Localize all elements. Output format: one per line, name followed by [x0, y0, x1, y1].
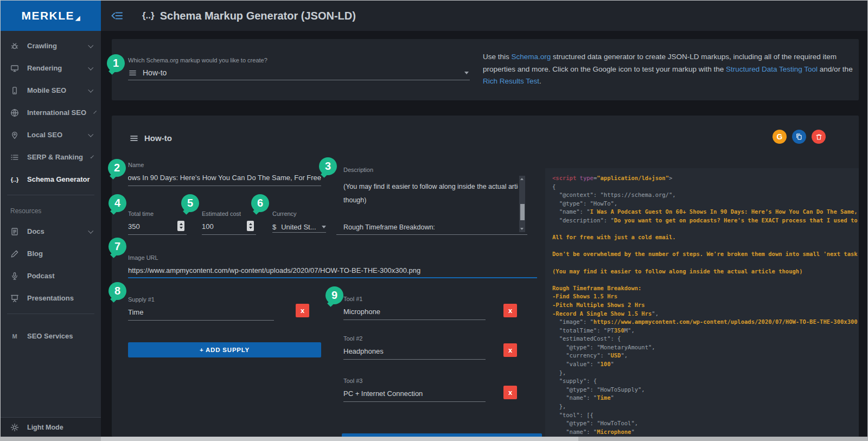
name-field: Name [128, 162, 321, 186]
tool-label: Tool #1 [343, 296, 486, 302]
smartphone-icon [10, 86, 19, 95]
image-url-field: Image URL [128, 254, 537, 278]
info-link[interactable]: Structured Data Testing Tool [726, 65, 818, 73]
image-url-input[interactable] [128, 266, 537, 278]
app-window: MERKLE ◢ CrawlingRenderingMobile SEOInte… [0, 0, 868, 441]
tool-input[interactable] [343, 347, 486, 360]
chevron-down-icon [88, 132, 93, 137]
horizontal-scrollbar[interactable] [0, 437, 868, 441]
description-field: Description (You may find it easier to f… [336, 167, 527, 235]
scroll-up-icon[interactable] [520, 178, 524, 180]
annotation-badge-2: 2 [108, 159, 126, 177]
chevron-down-icon [88, 65, 93, 71]
resources-heading: Resources [1, 200, 101, 220]
currency-select[interactable]: $ United St... [272, 221, 326, 233]
sidebar-item-local-seo[interactable]: Local SEO [1, 124, 101, 146]
sidebar-divider-2 [7, 314, 94, 314]
info-link[interactable]: Schema.org [512, 53, 551, 61]
sidebar-item-blog[interactable]: Blog [1, 242, 101, 265]
annotation-badge-4: 4 [108, 194, 126, 212]
number-stepper[interactable] [247, 221, 254, 231]
tool-input[interactable] [343, 308, 486, 320]
sidebar-item-label: Presentations [27, 294, 74, 302]
tool-field: Tool #3 [343, 378, 486, 402]
list-icon [130, 134, 138, 143]
sidebar: MERKLE ◢ CrawlingRenderingMobile SEOInte… [1, 1, 101, 437]
sidebar-item-presentations[interactable]: Presentations [1, 287, 101, 309]
light-mode-toggle[interactable]: Light Mode [1, 417, 101, 437]
description-scrollbar[interactable] [519, 176, 525, 232]
annotation-badge-3: 3 [319, 157, 337, 175]
estimated-cost-field: Estimated cost [202, 210, 256, 235]
docs-icon [10, 227, 19, 236]
scrollbar-thumb[interactable] [520, 204, 525, 220]
currency-symbol: $ [272, 223, 276, 231]
currency-label: Currency [272, 210, 326, 217]
remove-tool-button[interactable]: x [503, 386, 517, 399]
schema-type-value: How-to [143, 68, 167, 77]
sidebar-item-label: SEO Services [27, 332, 73, 340]
merkle-logo[interactable]: MERKLE ◢ [1, 1, 101, 31]
name-input[interactable] [128, 174, 321, 186]
schema-question-label: Which Schema.org markup would you like t… [128, 57, 267, 63]
supply-label: Supply #1 [128, 296, 274, 303]
sidebar-item-podcast[interactable]: Podcast [1, 265, 101, 287]
chevron-down-icon [88, 87, 93, 93]
ranking-list-icon [10, 153, 19, 162]
image-url-label: Image URL [128, 254, 537, 261]
sidebar-item-serp-ranking[interactable]: SERP & Ranking [1, 146, 101, 168]
howto-form-card: 2 3 4 5 6 7 8 9 How-to G [112, 116, 859, 437]
delete-markup-button[interactable] [812, 130, 826, 144]
supply-input[interactable] [128, 308, 274, 321]
scroll-down-icon[interactable] [520, 228, 524, 230]
copy-markup-button[interactable] [792, 130, 806, 144]
google-test-button[interactable]: G [773, 130, 787, 144]
sidebar-item-label: Podcast [27, 272, 55, 280]
supply-field: Supply #1 [128, 296, 274, 321]
sidebar-item-rendering[interactable]: Rendering [1, 57, 101, 79]
chevron-down-icon [88, 228, 93, 234]
scrollbar-thumb[interactable] [101, 437, 578, 441]
remove-supply-button[interactable]: x [296, 304, 309, 317]
sidebar-item-crawling[interactable]: Crawling [1, 35, 101, 57]
info-text: and/or the [818, 65, 853, 73]
braces-icon: {..} [142, 10, 155, 21]
description-line: though) [343, 194, 518, 207]
total-time-field: Total time [128, 210, 187, 235]
bug-icon [10, 42, 19, 50]
tool-field: Tool #1 [343, 296, 486, 320]
monitor-icon [10, 64, 19, 73]
list-icon [128, 68, 137, 77]
chevron-down-icon [93, 111, 97, 114]
tool-input[interactable] [343, 389, 486, 402]
copy-icon [795, 132, 803, 141]
braces-icon: {..} [10, 175, 19, 184]
top-header: {..} Schema Markup Generator (JSON-LD) [101, 1, 867, 31]
logo-triangle-icon: ◢ [75, 15, 80, 22]
chevron-down-icon [322, 226, 326, 228]
light-mode-label: Light Mode [27, 424, 63, 431]
sidebar-item-international-seo[interactable]: International SEO [1, 101, 101, 124]
generator-info-text: Use this Schema.org structured data gene… [483, 51, 858, 88]
add-supply-button[interactable]: + ADD SUPPLY [128, 342, 321, 357]
info-link[interactable]: Rich Results Test [483, 77, 539, 85]
logo-text: MERKLE [21, 9, 74, 22]
gear-icon [10, 423, 19, 432]
sidebar-item-mobile-seo[interactable]: Mobile SEO [1, 79, 101, 101]
sidebar-item-schema-generator[interactable]: {..}Schema Generator [1, 168, 101, 190]
schema-type-select[interactable]: How-to [128, 66, 470, 80]
sidebar-item-docs[interactable]: Docs [1, 220, 101, 242]
collapse-sidebar-icon[interactable] [110, 9, 125, 22]
number-stepper[interactable] [177, 221, 184, 231]
pencil-icon [10, 250, 19, 258]
info-text: Use this [483, 53, 512, 61]
description-textarea[interactable]: (You may find it easier to follow along … [343, 180, 518, 234]
remove-tool-button[interactable]: x [503, 304, 517, 317]
microphone-icon [10, 272, 19, 280]
sidebar-item-seo-services[interactable]: MSEO Services [1, 325, 101, 347]
merkle-m-icon: M [10, 332, 19, 341]
chevron-down-icon [91, 155, 94, 158]
map-pin-icon [10, 131, 19, 139]
remove-tool-button[interactable]: x [503, 343, 517, 357]
json-ld-code-panel[interactable]: <script type="application/ld+json">{ "@c… [545, 168, 859, 437]
